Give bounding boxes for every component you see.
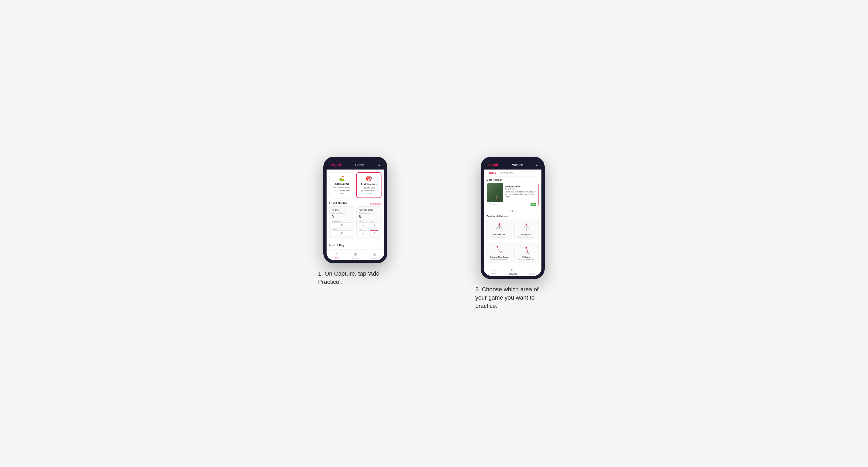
nav-capture[interactable]: ⊕ Capture (365, 252, 384, 259)
svg-point-9 (525, 247, 527, 248)
tab-drills[interactable]: Drills (487, 169, 498, 176)
skill-areas-section: Explore skill areas (484, 214, 541, 265)
arg-value: 0 (359, 230, 368, 236)
golf-bag-row[interactable]: My Golf Bag › (327, 241, 384, 249)
putting-name: Putting (516, 256, 536, 258)
golf-bag-label: My Golf Bag (329, 244, 344, 247)
nav-activities[interactable]: ⊕ Activities (346, 252, 365, 259)
drill-card[interactable]: 🏌 Wedge Ladder ☆ 50–100 yds Play 1 shot … (487, 183, 539, 207)
tabs-row: Drills Favourites (484, 169, 541, 177)
arg-label: ARG (359, 228, 368, 230)
drills-capture-label: Drills Capture (359, 212, 379, 214)
putting-svg (521, 245, 532, 254)
rounds-capture-label: Rounds Capture (332, 212, 352, 214)
home-icon: ⌂ (335, 252, 338, 256)
arg-cell: ARG 0 (359, 228, 368, 236)
clock-icon: 🕐 (489, 204, 491, 205)
skill-around-green[interactable]: Around The Green Hone your short game (487, 242, 512, 263)
svg-point-5 (526, 229, 527, 230)
off-the-tee-visual (489, 221, 509, 232)
activities2-icon: ⊕ (511, 267, 515, 272)
off-the-tee-svg (494, 222, 505, 231)
app-badge: APP (530, 203, 536, 206)
phone2-menu-icon[interactable]: ≡ (535, 163, 538, 167)
last-months-label: Last 3 Months (329, 202, 347, 205)
page-container: clippd Home ≡ ⛳ Add Round Record your sh… (287, 157, 581, 310)
dot-3[interactable] (515, 210, 516, 212)
app-label: APP (370, 220, 379, 222)
phone1-menu-icon[interactable]: ≡ (378, 163, 380, 167)
putt-label: PUTT (370, 228, 379, 230)
skill-approach[interactable]: Approach Dial-in to hit the green (514, 219, 539, 240)
off-the-tee-desc: Power and accuracy (489, 236, 509, 238)
putt-value: 4 (370, 230, 379, 236)
target-icon: 🎯 (359, 176, 379, 182)
app-cell: APP 4 (370, 220, 379, 227)
around-green-name: Around The Green (489, 256, 509, 258)
golfer-icon: 🏌 (494, 194, 501, 200)
nav2-capture-label: Capture (529, 273, 535, 275)
phone1-logo: clippd (330, 163, 341, 167)
add-round-subtitle: Record your shots fast or enhanced mode (332, 186, 352, 195)
phone2-logo: clippd (488, 163, 498, 167)
nav2-capture[interactable]: ⊕ Capture (522, 267, 541, 275)
tournament-label: Tournament (332, 220, 352, 222)
drills-capture-value: 8 (359, 215, 379, 219)
approach-visual (516, 221, 536, 232)
skill-off-the-tee[interactable]: Off The Tee Power and accuracy (487, 219, 512, 240)
approach-svg (521, 222, 532, 231)
arg-putt-row: ARG 0 PUTT 4 (359, 228, 379, 236)
approach-name: Approach (516, 233, 536, 236)
add-round-title: Add Round (332, 183, 352, 186)
phone2-shell: clippd Practice ≡ Drills Favourites Most… (480, 157, 545, 279)
nav2-activities[interactable]: ⊕ Activities (503, 267, 522, 275)
phone1-section: clippd Home ≡ ⛳ Add Round Record your sh… (287, 157, 423, 286)
drill-card-content: 🏌 Wedge Ladder ☆ 50–100 yds Play 1 shot … (487, 183, 538, 202)
home2-icon: ⌂ (492, 267, 495, 272)
drill-yardage: 50–100 yds (505, 188, 536, 190)
drills-stats-box: Practice Drills Drills Capture 8 OTT 0 A… (356, 206, 381, 239)
rounds-capture-value: 0 (332, 215, 352, 219)
most-popular-title: Most Popular (487, 179, 539, 181)
phone1-bottom-nav: ⌂ Home ⊕ Activities ⊕ Capture (327, 249, 384, 260)
practice-row: Practice 0 (332, 228, 352, 236)
add-round-card[interactable]: ⛳ Add Round Record your shots fast or en… (329, 172, 354, 198)
practice-label: Practice (332, 228, 352, 230)
drills-title: Practice Drills (359, 209, 379, 211)
dot-2[interactable] (512, 210, 514, 212)
ott-label: OTT (359, 220, 368, 222)
phone2-caption: 2. Choose which area of your game you wa… (475, 285, 550, 310)
around-green-visual (489, 244, 509, 255)
phone1-header: clippd Home ≡ (327, 160, 384, 169)
svg-line-1 (496, 225, 499, 229)
drill-card-info: Wedge Ladder ☆ 50–100 yds Play 1 shot at… (503, 183, 538, 202)
svg-point-4 (525, 224, 527, 225)
svg-point-0 (498, 223, 500, 225)
putting-visual (516, 244, 536, 255)
ott-value: 0 (359, 222, 368, 227)
view-activity-link[interactable]: View Activity (370, 202, 381, 205)
stats-container: Rounds Rounds Capture 0 Tournament 0 Pra… (327, 206, 384, 241)
nav2-activities-label: Activities (508, 273, 517, 275)
last-months-header: Last 3 Months View Activity (327, 201, 384, 206)
dot-1[interactable] (510, 210, 511, 212)
drill-card-image: 🏌 (487, 183, 503, 202)
tournament-cell: Tournament 0 (332, 220, 352, 227)
practice-cell: Practice 0 (332, 228, 352, 236)
nav-home[interactable]: ⌂ Home (327, 252, 346, 259)
capture-icon: ⊕ (373, 252, 376, 257)
skill-areas-title: Explore skill areas (487, 215, 539, 218)
nav2-home[interactable]: ⌂ Home (484, 267, 503, 275)
phone1-shell: clippd Home ≡ ⛳ Add Round Record your sh… (323, 157, 388, 263)
drill-card-header: Wedge Ladder ☆ (505, 185, 536, 188)
drill-card-footer: 🕐 9 shots APP (487, 202, 538, 207)
phone1-screen: clippd Home ≡ ⛳ Add Round Record your sh… (327, 160, 384, 260)
drill-name: Wedge Ladder (505, 185, 521, 188)
shots-count: 🕐 9 shots (489, 204, 498, 206)
star-icon: ☆ (534, 185, 536, 188)
skill-putting[interactable]: Putting Make and lag practice (514, 242, 539, 263)
nav-activities-label: Activities (352, 257, 359, 259)
tab-favourites[interactable]: Favourites (498, 169, 516, 176)
add-practice-card[interactable]: 🎯 Add Practice Capture your practice off… (356, 172, 381, 198)
drill-description: Play 1 shot at each target yardage. If y… (505, 191, 536, 198)
